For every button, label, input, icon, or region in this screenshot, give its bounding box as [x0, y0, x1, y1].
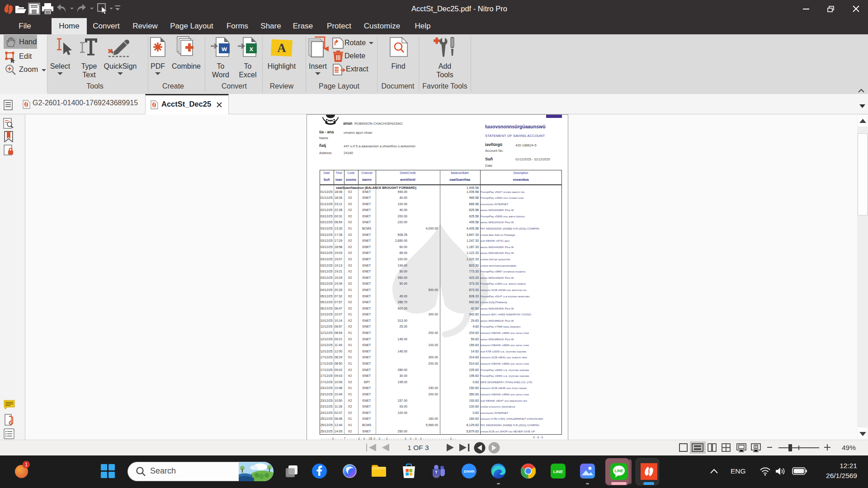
svg-text:LINE: LINE	[553, 469, 563, 474]
svg-text:w: w	[221, 45, 227, 52]
svg-text:LINE: LINE	[614, 469, 623, 473]
svg-text:A: A	[277, 41, 286, 55]
svg-text:zoom: zoom	[464, 469, 475, 474]
svg-text:T: T	[435, 469, 438, 474]
svg-text:x: x	[250, 45, 254, 52]
